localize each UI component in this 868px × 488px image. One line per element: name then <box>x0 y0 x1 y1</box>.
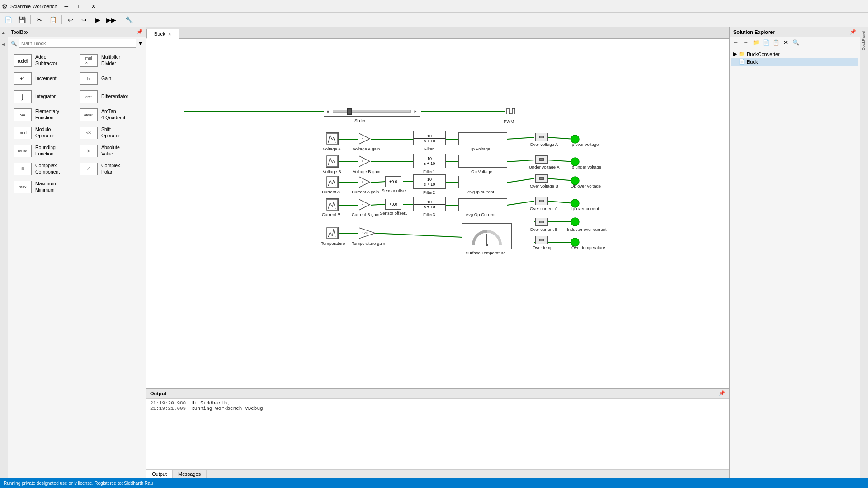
complex-polar-item[interactable]: ∠ ComplexPolar <box>78 161 142 177</box>
voltage-b-icon <box>326 155 338 167</box>
shift-item[interactable]: << ShiftOperator <box>78 125 142 141</box>
tab-buck[interactable]: Buck ✕ <box>146 29 179 39</box>
sol-copy-button[interactable]: 📋 <box>771 38 780 47</box>
sol-delete-button[interactable]: ✕ <box>781 38 790 47</box>
settings-button[interactable]: 🔧 <box>123 14 135 26</box>
elementary-function-item[interactable]: sin ElementaryFunction <box>12 107 76 122</box>
under-voltage-a-block[interactable] <box>535 155 548 164</box>
save-button[interactable]: 💾 <box>15 14 28 26</box>
voltage-a-gain-block[interactable]: × <box>358 132 371 145</box>
sol-forward-button[interactable]: → <box>741 38 750 47</box>
close-button[interactable]: ✕ <box>87 1 100 11</box>
tab-output[interactable]: Output <box>146 470 173 478</box>
temperature-block[interactable] <box>326 227 339 239</box>
solution-explorer-pin[interactable]: 📌 <box>850 29 856 35</box>
output-area[interactable]: 21:19:20.980 Hi Siddharth, 21:19:21.009 … <box>146 399 729 469</box>
surface-temp-block[interactable] <box>462 223 512 249</box>
search-input[interactable] <box>19 39 136 48</box>
left-vtab-2[interactable]: ► <box>0 39 8 51</box>
voltage-a-label: Voltage A <box>323 146 341 151</box>
paste-button[interactable]: 📋 <box>47 14 59 26</box>
minimize-button[interactable]: ─ <box>60 1 73 11</box>
toolbox-item: max MaximumMinimum <box>12 179 76 195</box>
run-button[interactable]: ▶▶ <box>105 14 118 26</box>
main-layout: ▼ ► ToolBox 📌 🔍 ▼ add AdderSubtractor <box>0 27 868 478</box>
adder-label: AdderSubtractor <box>35 54 57 66</box>
toolbox-pin-icon[interactable]: 📌 <box>137 29 143 35</box>
tab-buck-close[interactable]: ✕ <box>168 32 171 37</box>
search-dropdown-icon[interactable]: ▼ <box>138 41 143 46</box>
filter1-label: Filter1 <box>423 169 435 174</box>
avg-op-current-label: Avg Op Current <box>466 212 495 217</box>
absolute-item[interactable]: |x| AbsoluteValue <box>78 143 142 159</box>
over-current-a-block[interactable] <box>535 197 548 205</box>
current-b-gain-block[interactable]: × <box>358 198 371 211</box>
sol-new-button[interactable]: 📄 <box>761 38 770 47</box>
toolbox-item: << ShiftOperator <box>78 125 142 141</box>
rounding-item[interactable]: round RoundingFunction <box>12 143 76 159</box>
op-voltage-block[interactable] <box>458 155 507 168</box>
filter3-denominator: s + 10 <box>414 205 445 209</box>
output-line-2: 21:19:21.009 Running Workbench vDebug <box>150 406 725 411</box>
toolbox-item: sin ElementaryFunction <box>12 107 76 122</box>
filter3-block[interactable]: 10 s + 10 <box>413 197 446 211</box>
multiplier-divider-item[interactable]: mul× MultiplierDivider <box>78 53 142 68</box>
sol-back-button[interactable]: ← <box>731 38 741 47</box>
increment-item[interactable]: +1 Increment <box>12 71 76 86</box>
avg-op-current-block[interactable] <box>458 198 507 211</box>
toolbar-separator-2 <box>61 15 62 24</box>
toolbox-item: |x| AbsoluteValue <box>78 143 142 159</box>
arctan-item[interactable]: atan2 ArcTan4-Quadrant <box>78 107 142 122</box>
output-pin-icon[interactable]: 📌 <box>719 390 725 396</box>
tab-messages[interactable]: Messages <box>173 470 207 478</box>
modulo-icon: mod <box>14 127 32 139</box>
sol-search-button[interactable]: 🔍 <box>791 38 800 47</box>
redo-button[interactable]: ↪ <box>78 14 90 26</box>
voltage-b-gain-block[interactable]: × <box>358 155 371 168</box>
complex-comp-item[interactable]: ℝ CompplexComponent <box>12 161 76 177</box>
current-b-block[interactable] <box>326 198 339 211</box>
current-a-block[interactable] <box>326 176 339 188</box>
over-current-b-block[interactable] <box>535 218 548 226</box>
slider-block[interactable]: ■ ► <box>324 106 420 117</box>
cut-button[interactable]: ✂ <box>33 14 46 26</box>
modulo-item[interactable]: mod ModuloOperator <box>12 125 76 141</box>
filter1-block[interactable]: 10 s + 10 <box>413 154 446 168</box>
pwm-block[interactable] <box>505 105 518 117</box>
sensor-offset-block[interactable]: +0.0 <box>385 176 401 187</box>
solution-item-buck[interactable]: 📄 Buck <box>731 58 858 66</box>
differentiator-item[interactable]: d/dt Differentiator <box>78 89 142 104</box>
filter-block[interactable]: 10 s + 10 <box>413 131 446 145</box>
toolbox-row-1: add AdderSubtractor mul× MultiplierDivid… <box>12 53 142 68</box>
adder-subtractor-item[interactable]: add AdderSubtractor <box>12 53 76 68</box>
new-button[interactable]: 📄 <box>2 14 14 26</box>
undo-button[interactable]: ↩ <box>64 14 77 26</box>
max-min-item[interactable]: max MaximumMinimum <box>12 179 76 195</box>
filter2-label: Filter2 <box>423 190 435 195</box>
toolbox-item: ℝ CompplexComponent <box>12 161 76 177</box>
over-temp-block[interactable] <box>535 236 548 244</box>
left-vtab-1[interactable]: ▼ <box>0 27 8 39</box>
current-a-gain-block[interactable]: × <box>358 176 371 188</box>
sensor-offset1-block[interactable]: +0.0 <box>385 199 401 210</box>
voltage-b-block[interactable] <box>326 155 339 168</box>
schematic-canvas[interactable]: ■ ► Slider PWM <box>146 39 729 388</box>
step-button[interactable]: ▶ <box>91 14 104 26</box>
over-voltage-b-block[interactable] <box>535 174 548 183</box>
maximize-button[interactable]: □ <box>74 1 86 11</box>
modulo-label: ModuloOperator <box>35 127 54 139</box>
titlebar: ⚙ Sciamble Workbench ─ □ ✕ <box>0 0 868 13</box>
filter2-block[interactable]: 10 s + 10 <box>413 174 446 189</box>
over-voltage-a-block[interactable] <box>535 133 548 141</box>
ip-voltage-block[interactable] <box>458 132 507 145</box>
solution-item-buck-converter[interactable]: ▶ 📁 BuckConverter <box>731 50 858 58</box>
slider-track[interactable] <box>333 110 411 113</box>
gain-item[interactable]: ▷ Gain <box>78 71 142 86</box>
dock-panel-vtab[interactable]: DockPanel <box>860 27 867 54</box>
voltage-a-block[interactable] <box>326 132 339 145</box>
toolbox-item-empty <box>78 179 142 195</box>
avg-ip-current-block[interactable] <box>458 176 507 188</box>
integrator-item[interactable]: ∫ Integrator <box>12 89 76 104</box>
temperature-gain-block[interactable]: 12× <box>358 227 376 239</box>
sol-folder-button[interactable]: 📁 <box>751 38 760 47</box>
